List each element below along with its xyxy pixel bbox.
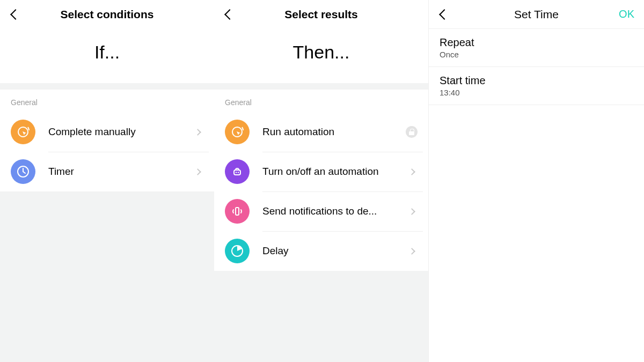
cursor-circle-icon <box>11 120 35 144</box>
chevron-right-icon <box>408 168 415 175</box>
item-label: Delay <box>262 245 409 257</box>
item-label: Run automation <box>262 126 406 138</box>
header-title: Select conditions <box>8 8 207 21</box>
chevron-right-icon <box>194 129 201 136</box>
item-send-notifications[interactable]: Send notifications to de... <box>214 191 428 231</box>
hero-text: If... <box>0 29 214 83</box>
item-complete-manually[interactable]: Complete manually <box>0 112 214 152</box>
svg-rect-3 <box>234 170 240 175</box>
section-gap <box>0 83 214 90</box>
phone-vibrate-icon <box>225 199 250 224</box>
panel-select-conditions: Select conditions If... General Complete… <box>0 0 214 362</box>
setting-repeat[interactable]: Repeat Once <box>429 29 644 67</box>
svg-point-5 <box>238 172 239 173</box>
setting-start-time[interactable]: Start time 13:40 <box>429 67 644 105</box>
setting-title: Start time <box>440 75 633 87</box>
panel-select-results: Select results Then... General Run autom… <box>214 0 428 362</box>
robot-icon <box>225 159 250 184</box>
chevron-right-icon <box>408 248 415 255</box>
ok-button[interactable]: OK <box>619 8 634 20</box>
hero-text: Then... <box>214 29 428 83</box>
item-label: Turn on/off an automation <box>262 166 409 178</box>
item-timer[interactable]: Timer <box>0 152 214 191</box>
section-label: General <box>0 90 214 112</box>
item-toggle-automation[interactable]: Turn on/off an automation <box>214 152 428 191</box>
setting-value: 13:40 <box>440 88 633 97</box>
clock-icon <box>11 159 35 184</box>
list-background <box>214 271 428 362</box>
svg-rect-6 <box>236 208 239 215</box>
item-run-automation[interactable]: Run automation <box>214 112 428 152</box>
header: Set Time OK <box>429 0 644 29</box>
item-label: Send notifications to de... <box>262 205 409 217</box>
item-delay[interactable]: Delay <box>214 231 428 271</box>
svg-point-4 <box>236 172 237 173</box>
chevron-right-icon <box>408 208 415 215</box>
header-title: Select results <box>222 8 421 21</box>
header: Select results <box>214 0 428 29</box>
panel-set-time: Set Time OK Repeat Once Start time 13:40 <box>428 0 644 362</box>
header: Select conditions <box>0 0 214 29</box>
section-gap <box>214 83 428 90</box>
header-title: Set Time <box>436 8 636 21</box>
pie-clock-icon <box>225 239 250 263</box>
lock-icon <box>406 126 418 138</box>
list-background <box>0 191 214 362</box>
item-label: Complete manually <box>48 126 195 138</box>
setting-value: Once <box>440 50 633 59</box>
setting-title: Repeat <box>440 36 633 49</box>
cursor-circle-icon <box>225 120 250 144</box>
item-label: Timer <box>48 166 195 178</box>
section-label: General <box>214 90 428 112</box>
chevron-right-icon <box>194 168 201 175</box>
